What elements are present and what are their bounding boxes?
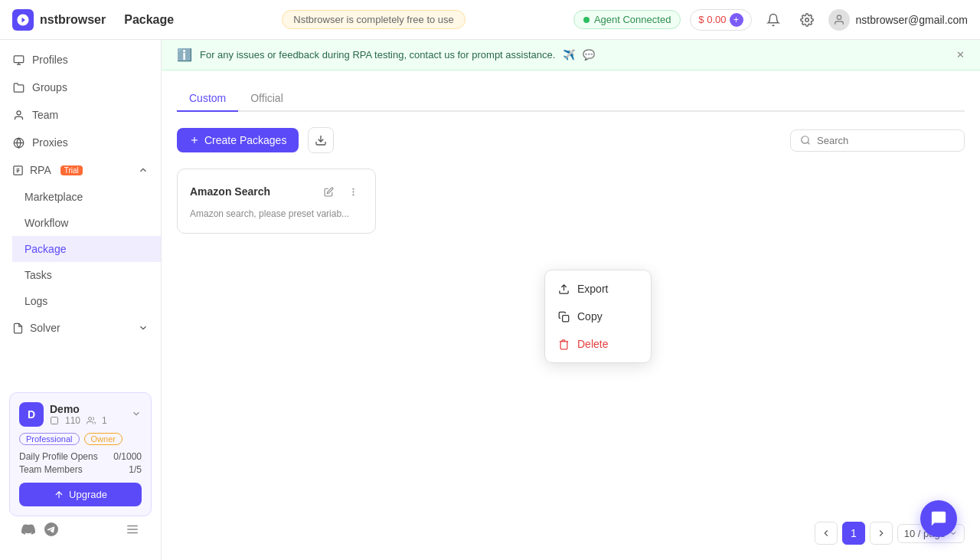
package-label: Package [24, 243, 66, 255]
chevron-left-icon [821, 528, 831, 539]
logs-label: Logs [24, 295, 47, 307]
svg-point-10 [89, 418, 92, 421]
menu-toggle-button[interactable] [126, 522, 139, 539]
pagination-prev-button[interactable] [815, 522, 838, 545]
sidebar-item-proxies[interactable]: Proxies [0, 129, 161, 156]
search-icon [800, 135, 811, 146]
package-description: Amazon search, please preset variab... [190, 208, 363, 221]
logo[interactable]: nstbrowser [12, 9, 106, 31]
svg-point-17 [802, 136, 808, 143]
balance-badge[interactable]: $ 0.00 + [690, 9, 751, 31]
sidebar-item-logs[interactable]: Logs [12, 288, 161, 314]
profiles-icon [12, 54, 24, 66]
svg-rect-2 [14, 55, 24, 62]
owner-badge: Owner [84, 433, 122, 445]
sidebar-item-marketplace[interactable]: Marketplace [12, 184, 161, 210]
notification-close-button[interactable]: ✕ [956, 49, 965, 61]
agent-connected-badge: Agent Connected [573, 10, 681, 29]
solver-chevron-icon [138, 323, 149, 333]
notification-bar: ℹ️ For any issues or feedback during RPA… [162, 40, 980, 70]
rpa-section-header[interactable]: RPA Trial [0, 156, 161, 184]
proxies-icon [12, 136, 24, 149]
page-title: Package [124, 13, 174, 27]
svg-line-18 [808, 142, 810, 145]
discord-notif-icon[interactable]: 💬 [583, 49, 595, 61]
svg-point-0 [805, 18, 808, 21]
menu-icon [126, 522, 139, 536]
header: nstbrowser Package Nstbrowser is complet… [0, 0, 980, 40]
solver-section-header[interactable]: Solver [0, 314, 161, 342]
rpa-icon [12, 165, 24, 176]
logo-text: nstbrowser [40, 13, 106, 27]
upgrade-button[interactable]: Upgrade [19, 483, 142, 506]
content-area: ℹ️ For any issues or feedback during RPA… [162, 40, 980, 560]
header-center: Nstbrowser is completely free to use [186, 10, 561, 29]
content-body: Custom Official Create Packages [162, 70, 980, 560]
team-members-label: Team Members [19, 464, 83, 475]
more-icon [348, 187, 358, 197]
plus-icon [189, 135, 200, 146]
sidebar-item-proxies-label: Proxies [32, 136, 68, 149]
copy-icon [557, 310, 570, 323]
toolbar: Create Packages [177, 127, 965, 153]
sidebar: Profiles Groups Team Pr [0, 40, 162, 560]
notification-text: For any issues or feedback during RPA te… [200, 49, 555, 61]
free-badge: Nstbrowser is completely free to use [282, 10, 466, 29]
pagination-page-1[interactable]: 1 [842, 522, 865, 545]
svg-point-5 [17, 110, 21, 114]
pagination-next-button[interactable] [870, 522, 893, 545]
sidebar-item-team[interactable]: Team [0, 101, 161, 129]
context-menu-delete[interactable]: Delete [545, 330, 651, 358]
solver-label: Solver [30, 322, 60, 334]
main-layout: Profiles Groups Team Pr [0, 40, 980, 560]
package-more-button[interactable] [343, 182, 363, 201]
tab-custom[interactable]: Custom [177, 86, 238, 112]
sidebar-item-workflow[interactable]: Workflow [12, 210, 161, 236]
chat-bubble-button[interactable] [920, 500, 957, 537]
tasks-label: Tasks [24, 269, 52, 281]
rpa-chevron-icon [138, 165, 149, 175]
svg-point-21 [352, 194, 353, 195]
svg-point-20 [352, 191, 353, 192]
add-balance-button[interactable]: + [730, 13, 743, 27]
trash-icon [557, 338, 570, 350]
user-email: nstbrowser@gmail.com [856, 14, 968, 26]
tab-official[interactable]: Official [238, 86, 296, 112]
discord-footer-icon[interactable] [21, 522, 35, 539]
sidebar-item-tasks[interactable]: Tasks [12, 262, 161, 288]
sidebar-item-profiles-label: Profiles [32, 54, 68, 66]
telegram-footer-icon[interactable] [44, 522, 58, 539]
user-avatar [828, 9, 850, 31]
notifications-button[interactable] [761, 8, 786, 32]
workspace-header: D Demo 110 1 [19, 402, 142, 427]
workspace-badges: Professional Owner [19, 433, 142, 445]
members-count: 1 [102, 415, 107, 426]
package-edit-button[interactable] [318, 182, 338, 201]
upgrade-label: Upgrade [69, 489, 107, 500]
sidebar-item-package[interactable]: Package [12, 236, 161, 262]
svg-point-1 [837, 15, 841, 19]
search-input[interactable] [817, 135, 955, 146]
marketplace-label: Marketplace [24, 191, 83, 203]
chat-bubble-icon [930, 510, 947, 527]
context-menu: Export Copy Delete [544, 270, 652, 363]
sidebar-item-groups[interactable]: Groups [0, 74, 161, 101]
telegram-notif-icon[interactable]: ✈️ [563, 49, 575, 61]
svg-rect-9 [51, 418, 58, 424]
import-button[interactable] [308, 127, 334, 153]
import-icon [315, 134, 327, 146]
export-label: Export [577, 283, 608, 295]
settings-button[interactable] [795, 8, 819, 32]
context-menu-export[interactable]: Export [545, 275, 651, 303]
context-menu-copy[interactable]: Copy [545, 303, 651, 330]
search-box [790, 129, 965, 152]
team-members-row: Team Members 1/5 [19, 464, 142, 475]
edit-icon [324, 187, 334, 197]
workspace-chevron-button[interactable] [131, 408, 142, 421]
sidebar-item-profiles[interactable]: Profiles [0, 46, 161, 74]
user-menu[interactable]: nstbrowser@gmail.com [828, 9, 968, 31]
create-packages-button[interactable]: Create Packages [177, 128, 299, 152]
notification-info-icon: ℹ️ [177, 47, 192, 62]
rpa-label: RPA [30, 164, 51, 176]
rpa-section: RPA Trial Marketplace Workflow Package [0, 156, 161, 314]
